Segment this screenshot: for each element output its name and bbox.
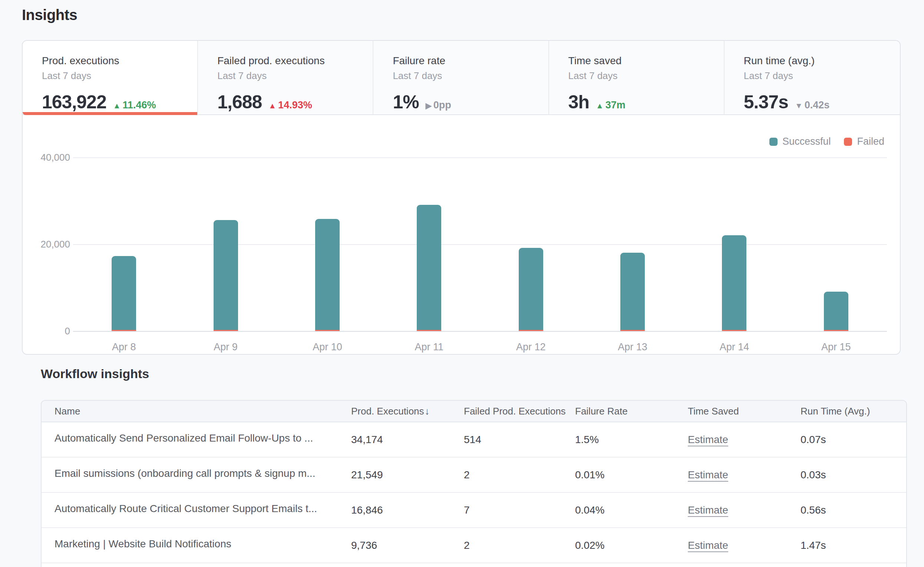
bar-apr-13 xyxy=(620,253,645,331)
chart-gridline xyxy=(73,331,887,332)
cell-run-time-avg: 0.56s xyxy=(801,504,893,516)
estimate-time-saved-link[interactable]: Estimate xyxy=(688,434,728,445)
chart-legend: SuccessfulFailed xyxy=(770,136,884,147)
metric-card-delta: ▲37m xyxy=(596,99,626,111)
metric-card-failed-prod-executions[interactable]: Failed prod. executionsLast 7 days1,688▲… xyxy=(198,41,374,114)
metric-card-delta: ▲11.46% xyxy=(113,99,156,111)
workflow-name-link[interactable]: Automatically Send Personalized Email Fo… xyxy=(54,432,313,444)
x-axis-tick-label: Apr 14 xyxy=(697,341,771,353)
workflow-insights-heading: Workflow insights xyxy=(41,367,149,381)
workflow-name-link[interactable]: Email sumissions (onboarding call prompt… xyxy=(54,468,315,480)
bar-segment-failed xyxy=(824,330,848,331)
legend-item-failed[interactable]: Failed xyxy=(844,136,884,147)
metric-card-value: 163,922 xyxy=(42,91,106,113)
bar-apr-8 xyxy=(112,256,136,331)
legend-label: Successful xyxy=(782,136,831,147)
workflow-name-link[interactable]: Automatically Route Critical Customer Su… xyxy=(54,503,317,515)
metric-card-period: Last 7 days xyxy=(42,70,186,82)
column-header-prod-executions[interactable]: Prod. Executions↓ xyxy=(351,406,464,417)
table-row-partial xyxy=(42,563,906,567)
metric-card-run-time-avg[interactable]: Run time (avg.)Last 7 days5.37s▼0.42s xyxy=(724,41,900,114)
x-axis-tick-label: Apr 10 xyxy=(290,341,364,353)
delta-down-icon: ▼ xyxy=(795,101,803,110)
metric-card-time-saved[interactable]: Time savedLast 7 days3h▲37m xyxy=(549,41,724,114)
bar-apr-15 xyxy=(824,292,848,331)
column-header-failure-rate[interactable]: Failure Rate xyxy=(575,406,688,417)
x-axis-tick-label: Apr 15 xyxy=(799,341,873,353)
cell-failed-prod-executions: 7 xyxy=(464,504,575,516)
cell-failure-rate: 0.01% xyxy=(575,469,688,481)
delta-up-icon: ▲ xyxy=(596,101,604,110)
insights-summary-panel: Prod. executionsLast 7 days163,922▲11.46… xyxy=(22,40,901,355)
metric-card-value: 5.37s xyxy=(744,91,788,113)
chart-plot-area xyxy=(73,157,887,331)
bar-apr-9 xyxy=(214,220,238,331)
bar-apr-14 xyxy=(722,235,746,331)
bar-segment-failed xyxy=(519,330,543,331)
delta-up-icon: ▲ xyxy=(268,101,276,110)
estimate-time-saved-link[interactable]: Estimate xyxy=(688,504,728,516)
bar-segment-successful xyxy=(214,220,238,330)
x-axis-tick-label: Apr 8 xyxy=(87,341,161,353)
column-header-label: Prod. Executions xyxy=(351,406,424,417)
bar-segment-successful xyxy=(315,219,340,330)
table-row: Marketing | Website Build Notifications9… xyxy=(42,528,906,563)
estimate-time-saved-link[interactable]: Estimate xyxy=(688,540,728,551)
cell-failed-prod-executions: 514 xyxy=(464,434,575,446)
column-header-label: Run Time (Avg.) xyxy=(801,406,870,417)
column-header-failed-prod-executions[interactable]: Failed Prod. Executions xyxy=(464,406,575,417)
column-header-run-time-avg[interactable]: Run Time (Avg.) xyxy=(801,406,893,417)
cell-failed-prod-executions: 2 xyxy=(464,469,575,481)
x-axis-tick-label: Apr 12 xyxy=(494,341,568,353)
cell-run-time-avg: 0.07s xyxy=(801,434,893,446)
cell-prod-executions: 16,846 xyxy=(351,504,464,516)
legend-label: Failed xyxy=(857,136,884,147)
cell-failure-rate: 0.02% xyxy=(575,540,688,551)
estimate-time-saved-link[interactable]: Estimate xyxy=(688,469,728,481)
column-header-time-saved[interactable]: Time Saved xyxy=(688,406,801,417)
x-axis-tick-label: Apr 13 xyxy=(596,341,670,353)
metric-card-label: Run time (avg.) xyxy=(744,55,889,67)
metric-card-delta-text: 37m xyxy=(606,99,626,111)
metric-card-period: Last 7 days xyxy=(744,70,889,82)
bar-segment-failed xyxy=(417,330,441,331)
metric-card-delta-text: 11.46% xyxy=(123,99,156,111)
metric-cards-row: Prod. executionsLast 7 days163,922▲11.46… xyxy=(22,41,900,115)
metric-card-prod-executions[interactable]: Prod. executionsLast 7 days163,922▲11.46… xyxy=(22,41,198,114)
metric-card-delta-text: 0.42s xyxy=(805,99,830,111)
column-header-label: Time Saved xyxy=(688,406,739,417)
metric-card-label: Failed prod. executions xyxy=(217,55,362,67)
metric-card-delta-text: 14.93% xyxy=(278,99,312,111)
metric-card-period: Last 7 days xyxy=(393,70,537,82)
column-header-label: Failed Prod. Executions xyxy=(464,406,566,417)
metric-card-delta: ▲14.93% xyxy=(268,99,312,111)
metric-card-period: Last 7 days xyxy=(217,70,362,82)
insights-page: Insights Prod. executionsLast 7 days163,… xyxy=(0,0,924,567)
delta-up-icon: ▲ xyxy=(113,101,121,110)
metric-card-failure-rate[interactable]: Failure rateLast 7 days1%▶0pp xyxy=(374,41,549,114)
chart-gridline xyxy=(73,244,887,245)
bar-segment-successful xyxy=(824,292,848,330)
bar-segment-successful xyxy=(722,235,746,330)
legend-item-successful[interactable]: Successful xyxy=(770,136,831,147)
executions-bar-chart: SuccessfulFailed Apr 8Apr 9Apr 10Apr 11A… xyxy=(22,115,900,354)
column-header-label: Failure Rate xyxy=(575,406,628,417)
bar-segment-failed xyxy=(722,330,746,331)
cell-prod-executions: 21,549 xyxy=(351,469,464,481)
workflow-name-link[interactable]: Marketing | Website Build Notifications xyxy=(54,538,231,550)
bar-segment-successful xyxy=(519,248,543,330)
column-header-label: Name xyxy=(54,406,80,417)
metric-card-period: Last 7 days xyxy=(568,70,712,82)
sort-descending-icon: ↓ xyxy=(425,406,430,417)
metric-card-value: 1,688 xyxy=(217,91,262,113)
metric-card-delta: ▼0.42s xyxy=(795,99,830,111)
metric-card-label: Time saved xyxy=(568,55,712,67)
bar-segment-failed xyxy=(214,330,238,331)
column-header-name[interactable]: Name xyxy=(54,406,351,417)
metric-card-label: Failure rate xyxy=(393,55,537,67)
bar-segment-successful xyxy=(112,256,136,330)
cell-prod-executions: 34,174 xyxy=(351,434,464,446)
workflow-insights-table: NameProd. Executions↓Failed Prod. Execut… xyxy=(41,400,907,567)
page-title: Insights xyxy=(22,7,77,23)
cell-failed-prod-executions: 2 xyxy=(464,540,575,551)
